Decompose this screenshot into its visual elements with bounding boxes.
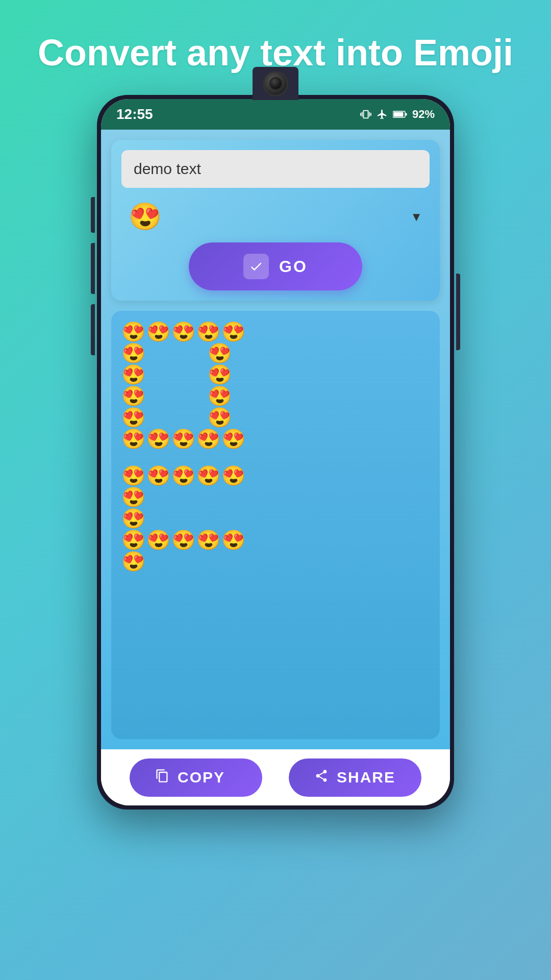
emoji-output-area: 😍 😍 😍 😍 😍 😍 😍 😍	[111, 311, 440, 739]
emoji-cell: 😍	[221, 530, 245, 550]
app-content: 😍 ▼ GO 😍	[101, 130, 450, 749]
emoji-row-6: 😍 😍 😍 😍 😍	[121, 429, 430, 449]
emoji-cell: 😍	[121, 365, 145, 384]
copy-icon	[155, 769, 169, 787]
go-button-label: GO	[279, 257, 308, 276]
airplane-icon	[377, 109, 388, 120]
text-input[interactable]	[121, 150, 430, 188]
emoji-row-4: 😍 😍	[121, 386, 430, 406]
emoji-row-2: 😍 😍	[121, 344, 430, 363]
copy-button[interactable]: COPY	[130, 758, 262, 797]
emoji-cell: 😍	[196, 466, 220, 485]
emoji-cell: 😍	[221, 466, 245, 485]
phone-side-button-1	[91, 197, 95, 233]
emoji-cell: 😍	[121, 509, 145, 528]
emoji-cell: 😍	[121, 408, 145, 427]
phone-side-button-right	[456, 274, 460, 350]
emoji-cell: 😍	[121, 552, 145, 571]
emoji-row-e3: 😍	[121, 509, 430, 528]
status-icons: 92%	[360, 108, 435, 121]
emoji-selector[interactable]: 😍 ▼	[121, 196, 430, 237]
emoji-cell: 😍	[171, 530, 195, 550]
emoji-cell: 😍	[146, 429, 170, 449]
emoji-row-e4: 😍 😍 😍 😍 😍	[121, 530, 430, 550]
emoji-row-e1: 😍 😍 😍 😍 😍	[121, 466, 430, 485]
emoji-row-5: 😍 😍	[121, 408, 430, 427]
phone-side-button-3	[91, 304, 95, 355]
share-button-label: SHARE	[337, 769, 395, 786]
emoji-cell: 😍	[196, 429, 220, 449]
share-button[interactable]: SHARE	[289, 758, 421, 797]
phone-side-button-2	[91, 243, 95, 294]
emoji-row-e5: 😍	[121, 552, 430, 571]
emoji-cell: 😍	[208, 386, 232, 406]
battery-icon	[393, 109, 407, 120]
go-button[interactable]: GO	[189, 242, 362, 290]
vibrate-icon	[360, 109, 371, 120]
emoji-cell: 😍	[208, 408, 232, 427]
share-icon	[314, 769, 329, 787]
emoji-cell: 😍	[208, 344, 232, 363]
emoji-cell: 😍	[171, 322, 195, 341]
input-card: 😍 ▼ GO	[111, 140, 440, 301]
bottom-bar: COPY SHARE	[101, 749, 450, 805]
emoji-cell: 😍	[121, 429, 145, 449]
emoji-cell: 😍	[121, 530, 145, 550]
svg-rect-1	[405, 113, 407, 116]
svg-rect-2	[393, 112, 403, 117]
camera-lens-inner	[269, 77, 282, 90]
share-svg-icon	[314, 769, 329, 783]
emoji-cell: 😍	[196, 530, 220, 550]
emoji-cell: 😍	[171, 429, 195, 449]
emoji-cell: 😍	[196, 322, 220, 341]
camera-lens	[263, 71, 288, 96]
camera-bump	[253, 67, 298, 100]
status-time: 12:55	[116, 106, 153, 122]
emoji-row-e2: 😍	[121, 487, 430, 507]
copy-svg-icon	[155, 769, 169, 783]
emoji-row-1: 😍 😍 😍 😍 😍	[121, 322, 430, 341]
emoji-cell: 😍	[121, 466, 145, 485]
emoji-cell: 😍	[146, 530, 170, 550]
emoji-cell: 😍	[171, 466, 195, 485]
emoji-cell: 😍	[146, 466, 170, 485]
dropdown-arrow-icon[interactable]: ▼	[410, 210, 422, 224]
emoji-cell: 😍	[221, 322, 245, 341]
go-button-check-icon	[243, 254, 269, 279]
battery-percent: 92%	[412, 108, 435, 121]
phone-screen: 12:55 92%	[101, 99, 450, 805]
emoji-cell: 😍	[221, 429, 245, 449]
emoji-cell: 😍	[121, 344, 145, 363]
emoji-cell: 😍	[146, 322, 170, 341]
emoji-cell: 😍	[121, 487, 145, 507]
emoji-text-display: 😍 😍 😍 😍 😍 😍 😍 😍	[121, 321, 430, 572]
emoji-cell: 😍	[121, 322, 145, 341]
selected-emoji: 😍	[129, 201, 162, 232]
emoji-cell: 😍	[208, 365, 232, 384]
phone-frame: 12:55 92%	[97, 95, 454, 810]
emoji-cell: 😍	[121, 386, 145, 406]
status-bar: 12:55 92%	[101, 99, 450, 130]
checkmark-icon	[249, 259, 263, 274]
emoji-row-3: 😍 😍	[121, 365, 430, 384]
copy-button-label: COPY	[178, 769, 225, 786]
